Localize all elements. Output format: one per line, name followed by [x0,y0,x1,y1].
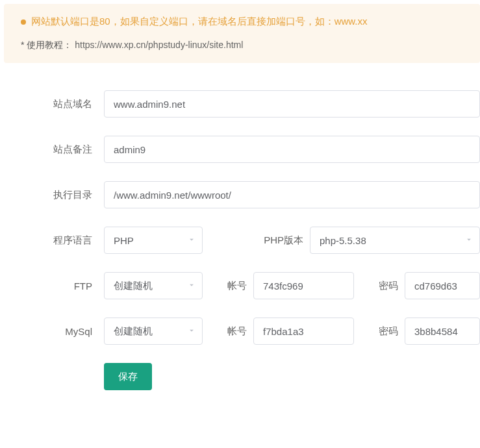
ftp-mode-select[interactable] [104,272,203,299]
notice-tutorial: * 使用教程： https://www.xp.cn/phpstudy-linux… [21,40,467,51]
label-ftp-account: 帐号 [203,280,253,292]
label-php-version: PHP版本 [203,234,310,247]
label-lang: 程序语言 [0,234,104,247]
row-mysql: MySql 帐号 密码 [0,317,480,345]
php-version-select[interactable] [310,227,480,254]
row-actions: 保存 [0,363,480,390]
bullet-icon [21,19,26,25]
exec-dir-input[interactable] [104,181,480,208]
ftp-password-input[interactable] [405,272,480,299]
mysql-mode-select[interactable] [104,317,203,345]
row-site-remark: 站点备注 [0,136,480,163]
tutorial-prefix: * 使用教程： [21,40,72,50]
label-ftp: FTP [0,280,104,292]
mysql-password-input[interactable] [405,317,480,345]
lang-select-value[interactable] [104,227,203,254]
row-site-domain: 站点域名 [0,90,480,118]
label-mysql-account: 帐号 [203,325,253,338]
label-mysql: MySql [0,326,104,337]
lang-select[interactable] [104,227,203,254]
php-version-value[interactable] [310,227,480,254]
save-button[interactable]: 保存 [104,363,152,390]
label-mysql-password: 密码 [354,325,405,338]
row-exec-dir: 执行目录 [0,181,480,208]
label-site-remark: 站点备注 [0,143,104,156]
ftp-mode-value[interactable] [104,272,203,299]
row-ftp: FTP 帐号 密码 [0,272,480,299]
ftp-account-input[interactable] [253,272,354,299]
label-ftp-password: 密码 [354,280,405,292]
mysql-mode-value[interactable] [104,317,203,345]
notice-text: 网站默认端口是80，如果自定义端口，请在域名后直接加端口号，如：www.xx [31,16,368,28]
tutorial-link[interactable]: https://www.xp.cn/phpstudy-linux/site.ht… [75,40,243,50]
notice-box: 网站默认端口是80，如果自定义端口，请在域名后直接加端口号，如：www.xx *… [4,4,480,63]
label-site-domain: 站点域名 [0,98,104,110]
mysql-account-input[interactable] [253,317,354,345]
label-exec-dir: 执行目录 [0,189,104,201]
site-remark-input[interactable] [104,136,480,163]
row-lang: 程序语言 PHP版本 [0,227,480,254]
notice-port-info: 网站默认端口是80，如果自定义端口，请在域名后直接加端口号，如：www.xx [21,16,467,28]
site-domain-input[interactable] [104,90,480,118]
form-area: 站点域名 站点备注 执行目录 程序语言 PHP版本 FTP [0,63,480,390]
